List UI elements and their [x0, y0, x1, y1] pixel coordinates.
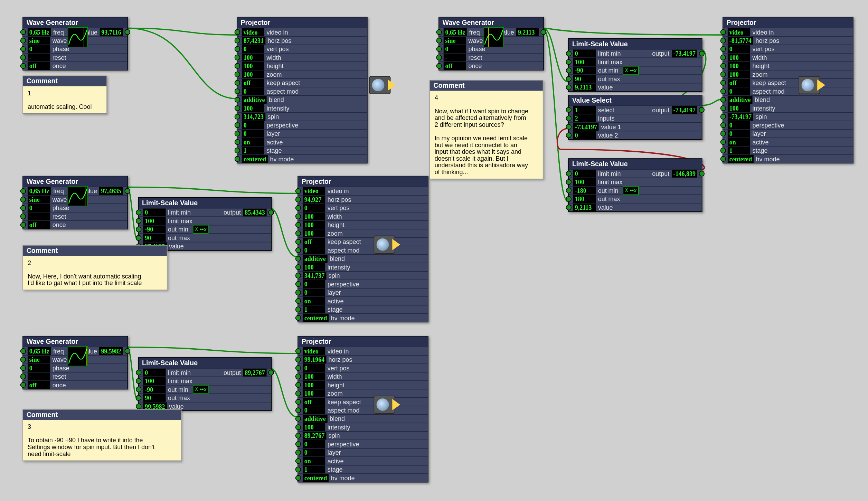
spin-value[interactable]: 89,2767	[303, 432, 326, 439]
port-in[interactable]	[295, 458, 301, 464]
node-title[interactable]: Projector	[298, 337, 428, 347]
port-in[interactable]	[20, 46, 26, 52]
horz-value[interactable]: -81,5774	[728, 37, 753, 45]
active-value[interactable]: on	[303, 457, 325, 465]
blend-value[interactable]: additive	[242, 96, 267, 104]
node-title[interactable]: Wave Generator	[23, 177, 128, 187]
video-value[interactable]: video	[728, 28, 750, 36]
port-in[interactable]	[720, 97, 726, 103]
port-in[interactable]	[295, 315, 301, 321]
projector-node[interactable]: Projectorvideovideo in-81,5774horz pos0v…	[723, 17, 853, 163]
port-in[interactable]	[720, 156, 726, 162]
port-in[interactable]	[295, 374, 301, 379]
port-in[interactable]	[295, 214, 301, 219]
comment-box[interactable]: Comment 3 To obtain -90 +90 I have to wr…	[22, 409, 181, 461]
port-in[interactable]	[720, 148, 726, 153]
vert-value[interactable]: 0	[728, 45, 750, 53]
port-in[interactable]	[295, 348, 301, 354]
active-value[interactable]: on	[303, 297, 325, 305]
projector-node[interactable]: Projectorvideovideo in94,927horz pos0ver…	[298, 176, 428, 322]
node-title[interactable]: Wave Generator	[23, 18, 128, 28]
intensity-value[interactable]: 100	[303, 263, 325, 271]
keep-value[interactable]: off	[728, 79, 750, 87]
limit-scale-node[interactable]: Limit-Scale Value0limit minoutput-73,419…	[568, 38, 702, 92]
port-in[interactable]	[295, 382, 301, 388]
port-in[interactable]	[235, 114, 240, 119]
zoom-value[interactable]: 100	[303, 229, 325, 237]
port-in[interactable]	[295, 230, 301, 236]
stage-value[interactable]: 1	[728, 146, 750, 154]
port-in[interactable]	[295, 247, 301, 253]
vert-value[interactable]: 0	[242, 45, 264, 53]
node-title[interactable]: Limit-Scale Value	[569, 159, 702, 169]
value-select-node[interactable]: Value Select1selectoutput-73,41972inputs…	[568, 95, 702, 140]
port-in[interactable]	[295, 264, 301, 270]
node-title[interactable]: Value Select	[569, 95, 702, 105]
comment-title[interactable]: Comment	[23, 76, 106, 86]
node-title[interactable]: Projector	[237, 18, 367, 28]
port-in[interactable]	[20, 29, 26, 35]
node-title[interactable]: Projector	[723, 18, 853, 28]
limit-scale-node[interactable]: Limit-Scale Value0limit minoutput-146,83…	[568, 158, 702, 212]
reset-value[interactable]: -	[28, 54, 50, 62]
port-in[interactable]	[20, 188, 26, 194]
width-value[interactable]: 100	[728, 54, 750, 62]
intensity-value[interactable]: 100	[303, 423, 325, 431]
port-in[interactable]	[235, 88, 240, 94]
mutable-icon[interactable]: X ••x	[623, 186, 639, 195]
port-in[interactable]	[720, 114, 726, 119]
port-in[interactable]	[235, 38, 240, 43]
layer-value[interactable]: 0	[303, 289, 325, 296]
port-in[interactable]	[235, 46, 240, 52]
port-in[interactable]	[295, 197, 301, 202]
layer-value[interactable]: 0	[303, 448, 325, 456]
persp-value[interactable]: 0	[728, 121, 750, 129]
port-in[interactable]	[295, 424, 301, 430]
port-in[interactable]	[235, 105, 240, 111]
port-in[interactable]	[235, 80, 240, 86]
height-value[interactable]: 100	[728, 62, 750, 70]
comment-box[interactable]: Comment 1 automatic scaling. Cool	[22, 76, 107, 114]
active-value[interactable]: on	[242, 138, 264, 146]
port-in[interactable]	[20, 38, 26, 43]
spin-value[interactable]: -73,4197	[728, 113, 753, 121]
port-in[interactable]	[720, 88, 726, 94]
port-in[interactable]	[720, 139, 726, 145]
port-in[interactable]	[295, 281, 301, 287]
projector-node[interactable]: Projectorvideovideo in99,1964horz pos0ve…	[298, 336, 428, 482]
limit-scale-node[interactable]: Limit-Scale Value0limit minoutput89,2767…	[138, 357, 272, 411]
limit-scale-node[interactable]: Limit-Scale Value0limit minoutput85,4343…	[138, 197, 272, 251]
freq-value[interactable]: 0,65 Hz	[28, 187, 51, 195]
port-in[interactable]	[235, 148, 240, 153]
intensity-value[interactable]: 100	[242, 104, 264, 112]
vert-value[interactable]: 0	[303, 204, 325, 212]
port-in[interactable]	[295, 306, 301, 312]
port-in[interactable]	[720, 105, 726, 111]
node-title[interactable]: Limit-Scale Value	[139, 358, 271, 368]
port-in[interactable]	[295, 416, 301, 422]
port-in[interactable]	[720, 38, 726, 43]
port-in[interactable]	[20, 63, 26, 69]
port-in[interactable]	[720, 46, 726, 52]
port-in[interactable]	[235, 29, 240, 35]
mutable-icon[interactable]: X ••x	[623, 66, 639, 75]
port-in[interactable]	[235, 122, 240, 128]
port-in[interactable]	[295, 390, 301, 396]
spin-value[interactable]: 314,723	[242, 113, 265, 121]
stage-value[interactable]: 1	[303, 465, 325, 473]
projector-node[interactable]: Projectorvideovideo in87,4231horz pos0ve…	[237, 17, 367, 163]
comment-box[interactable]: Comment 4 Now, what if I want spin to ch…	[430, 80, 543, 179]
keep-value[interactable]: off	[303, 398, 325, 406]
width-value[interactable]: 100	[242, 54, 264, 62]
port-out[interactable]	[124, 29, 130, 35]
node-title[interactable]: Projector	[298, 177, 428, 187]
node-title[interactable]: Limit-Scale Value	[569, 39, 702, 49]
port-in[interactable]	[295, 365, 301, 371]
persp-value[interactable]: 0	[303, 440, 325, 448]
video-value[interactable]: video	[303, 347, 325, 355]
aspect-value[interactable]: 0	[303, 406, 325, 414]
port-in[interactable]	[295, 467, 301, 472]
hv-value[interactable]: centered	[242, 155, 268, 163]
spin-value[interactable]: 341,737	[303, 272, 326, 280]
port-in[interactable]	[295, 407, 301, 413]
